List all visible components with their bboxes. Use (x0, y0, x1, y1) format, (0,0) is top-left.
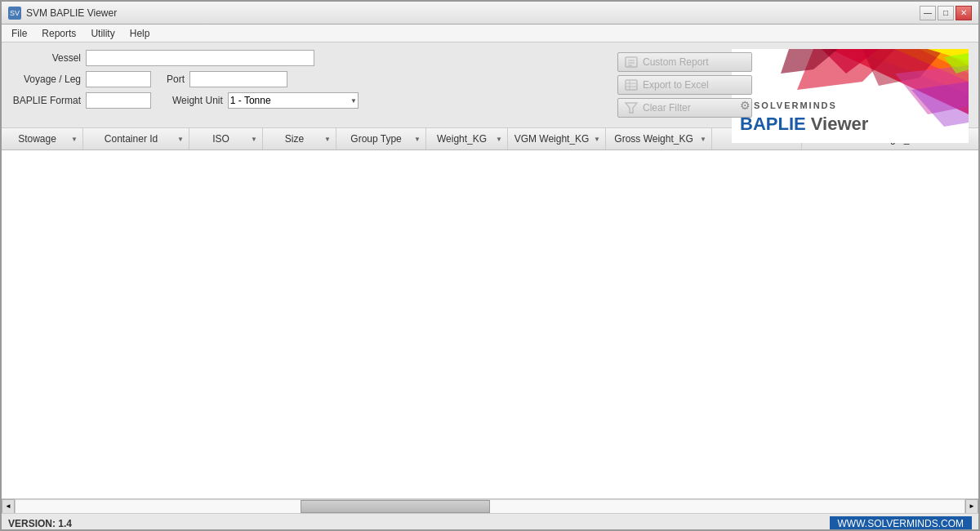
logo-area: ⚙ SOLVERMINDS BAPLIE Viewer (732, 49, 969, 143)
custom-report-label: Custom Report (643, 56, 709, 68)
vgm-weight-sort-icon[interactable]: ▼ (594, 136, 600, 143)
website-link[interactable]: WWW.SOLVERMINDS.COM (830, 516, 972, 531)
vessel-label: Vessel (11, 52, 81, 64)
window-controls: — □ ✕ (920, 6, 972, 20)
voyage-row: Voyage / Leg Port (11, 70, 617, 88)
status-bar: VERSION: 1.4 WWW.SOLVERMINDS.COM (2, 513, 978, 531)
form-left: Vessel Voyage / Leg Port BAPLIE Format W… (11, 49, 617, 121)
menu-file[interactable]: File (5, 26, 33, 41)
container-sort-icon[interactable]: ▼ (177, 136, 184, 143)
col-header-size: Size ▼ (263, 128, 336, 149)
scroll-thumb[interactable] (301, 500, 490, 513)
svg-marker-8 (626, 103, 637, 113)
form-area: Vessel Voyage / Leg Port BAPLIE Format W… (2, 42, 978, 127)
baplie-label: BAPLIE Format (11, 95, 81, 106)
col-header-stowage: Stowage ▼ (2, 128, 83, 149)
size-sort-icon[interactable]: ▼ (324, 136, 331, 143)
maximize-button[interactable]: □ (938, 6, 954, 20)
port-label: Port (156, 74, 185, 85)
viewer-logo-text: Viewer (806, 114, 869, 134)
horizontal-scrollbar[interactable]: ◄ ► (2, 498, 978, 513)
col-iso-label: ISO (194, 133, 247, 145)
app-icon: SV (8, 7, 21, 20)
svg-rect-4 (626, 80, 637, 90)
scroll-track[interactable] (15, 499, 965, 514)
col-vgm-weight-label: VGM Weight_KG (513, 133, 590, 145)
export-excel-button[interactable]: Export to Excel (617, 75, 752, 95)
weight-unit-select[interactable]: 1 - Tonne 2 - Kg (228, 92, 359, 109)
logo-text: ⚙ SOLVERMINDS BAPLIE Viewer (740, 99, 868, 135)
window-title: SVM BAPLIE Viewer (26, 7, 117, 19)
form-right: Custom Report Export to Excel Clear (617, 49, 969, 121)
clear-filter-label: Clear Filter (643, 102, 691, 114)
minimize-button[interactable]: — (920, 6, 936, 20)
col-stowage-label: Stowage (7, 133, 68, 145)
logo-product-name: BAPLIE Viewer (740, 114, 868, 135)
col-header-iso: ISO ▼ (189, 128, 263, 149)
col-header-group-type: Group Type ▼ (336, 128, 426, 149)
iso-sort-icon[interactable]: ▼ (251, 136, 257, 143)
title-bar-left: SV SVM BAPLIE Viewer (8, 7, 117, 20)
table-body (2, 150, 978, 498)
gear-icon: ⚙ (740, 99, 751, 112)
col-group-type-label: Group Type (341, 133, 411, 145)
menu-help[interactable]: Help (123, 26, 157, 41)
voyage-input[interactable] (86, 71, 151, 87)
col-gross-weight-label: Gross Weight_KG (611, 133, 697, 145)
grouptype-sort-icon[interactable]: ▼ (414, 136, 421, 143)
title-bar: SV SVM BAPLIE Viewer — □ ✕ (2, 2, 978, 25)
brand-name: SOLVERMINDS (754, 100, 837, 110)
scroll-left-button[interactable]: ◄ (2, 499, 15, 514)
baplie-row: BAPLIE Format Weight Unit 1 - Tonne 2 - … (11, 91, 617, 109)
menu-utility[interactable]: Utility (84, 26, 121, 41)
baplie-logo-text: BAPLIE (740, 114, 806, 134)
excel-icon (625, 79, 638, 91)
vessel-input[interactable] (86, 50, 314, 66)
col-header-gross-weight: Gross Weight_KG ▼ (606, 128, 712, 149)
col-header-weight-kg: Weight_KG ▼ (426, 128, 508, 149)
weight-unit-label: Weight Unit (172, 95, 223, 106)
menu-bar: File Reports Utility Help (2, 25, 978, 42)
export-excel-label: Export to Excel (643, 79, 709, 91)
logo-brand-row: ⚙ SOLVERMINDS (740, 99, 868, 112)
buttons-area: Custom Report Export to Excel Clear (617, 49, 752, 121)
baplie-input[interactable] (86, 92, 151, 109)
col-weight-kg-label: Weight_KG (431, 133, 492, 145)
stowage-sort-icon[interactable]: ▼ (71, 136, 78, 143)
custom-report-button[interactable]: Custom Report (617, 52, 752, 72)
version-text: VERSION: 1.4 (8, 518, 72, 529)
weight-sort-icon[interactable]: ▼ (496, 136, 502, 143)
close-button[interactable]: ✕ (956, 6, 972, 20)
main-content: Vessel Voyage / Leg Port BAPLIE Format W… (2, 42, 978, 513)
col-header-vgm-weight: VGM Weight_KG ▼ (508, 128, 606, 149)
weight-unit-wrapper: 1 - Tonne 2 - Kg (228, 92, 359, 109)
port-input[interactable] (189, 71, 287, 87)
scroll-right-button[interactable]: ► (965, 499, 978, 514)
filter-icon (625, 102, 638, 114)
vessel-row: Vessel (11, 49, 617, 67)
col-container-id-label: Container Id (88, 133, 174, 145)
col-size-label: Size (268, 133, 321, 145)
report-icon (625, 56, 638, 68)
clear-filter-button[interactable]: Clear Filter (617, 98, 752, 118)
gross-sort-icon[interactable]: ▼ (700, 136, 706, 143)
col-header-container-id: Container Id ▼ (83, 128, 189, 149)
table-container: Stowage ▼ Container Id ▼ ISO ▼ Size ▼ Gr… (2, 127, 978, 513)
menu-reports[interactable]: Reports (35, 26, 82, 41)
voyage-label: Voyage / Leg (11, 74, 81, 85)
